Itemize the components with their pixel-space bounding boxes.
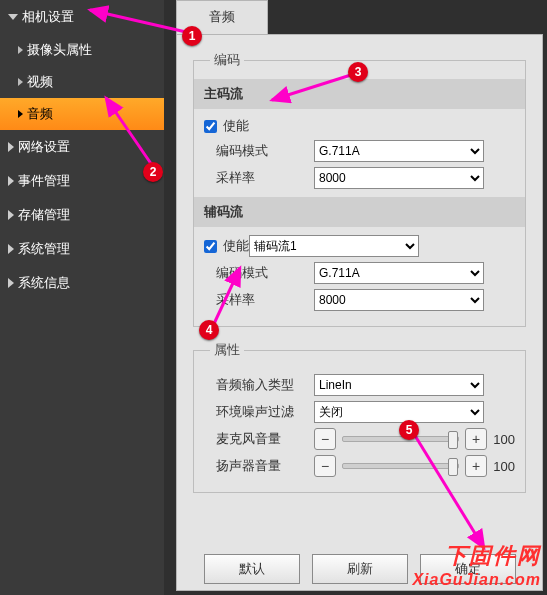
input-type-label: 音频输入类型 — [204, 376, 314, 394]
chevron-right-icon — [18, 46, 23, 54]
sidebar-item-camera-props[interactable]: 摄像头属性 — [0, 34, 164, 66]
mic-slider-thumb[interactable] — [448, 431, 458, 449]
spk-slider[interactable] — [342, 463, 459, 469]
main-rate-row: 采样率 8000 — [204, 167, 515, 189]
mic-volume-value: 100 — [487, 432, 515, 447]
sidebar-group-network[interactable]: 网络设置 — [0, 130, 164, 164]
sidebar-group-label: 系统管理 — [18, 240, 70, 258]
sidebar-item-label: 摄像头属性 — [27, 41, 92, 59]
encoding-legend: 编码 — [210, 51, 244, 69]
attrs-group: 属性 音频输入类型 LineIn 环境噪声过滤 关闭 麦克风音量 − + 100… — [193, 341, 526, 493]
attrs-legend: 属性 — [210, 341, 244, 359]
mic-plus-button[interactable]: + — [465, 428, 487, 450]
sidebar-group-label: 相机设置 — [22, 8, 74, 26]
noise-label: 环境噪声过滤 — [204, 403, 314, 421]
main-stream-header: 主码流 — [194, 79, 525, 109]
sidebar-group-system[interactable]: 系统管理 — [0, 232, 164, 266]
sidebar-group-label: 网络设置 — [18, 138, 70, 156]
sub-enable-label: 使能 — [223, 237, 249, 255]
main-enable-checkbox[interactable] — [204, 120, 217, 133]
mic-minus-button[interactable]: − — [314, 428, 336, 450]
default-button[interactable]: 默认 — [204, 554, 300, 584]
sub-mode-row: 编码模式 G.711A — [204, 262, 515, 284]
tab-audio[interactable]: 音频 — [176, 0, 268, 34]
spk-slider-thumb[interactable] — [448, 458, 458, 476]
input-type-row: 音频输入类型 LineIn — [204, 374, 515, 396]
chevron-right-icon — [8, 244, 14, 254]
chevron-down-icon — [8, 14, 18, 20]
sidebar-item-label: 音频 — [27, 105, 53, 123]
spk-plus-button[interactable]: + — [465, 455, 487, 477]
main-rate-label: 采样率 — [204, 169, 314, 187]
sidebar-group-camera[interactable]: 相机设置 — [0, 0, 164, 34]
sidebar: 相机设置 摄像头属性 视频 音频 网络设置 事件管理 存储管理 系统管理 系统信… — [0, 0, 164, 595]
main-mode-select[interactable]: G.711A — [314, 140, 484, 162]
main-enable-row: 使能 — [204, 117, 515, 135]
chevron-right-icon — [8, 278, 14, 288]
main-mode-label: 编码模式 — [204, 142, 314, 160]
chevron-right-icon — [18, 110, 23, 118]
encoding-group: 编码 主码流 使能 编码模式 G.711A 采样率 8000 辅码流 使能 辅码… — [193, 51, 526, 327]
main-rate-select[interactable]: 8000 — [314, 167, 484, 189]
sub-stream-select[interactable]: 辅码流1 — [249, 235, 419, 257]
spk-volume-label: 扬声器音量 — [204, 457, 314, 475]
sidebar-group-label: 事件管理 — [18, 172, 70, 190]
mic-slider[interactable] — [342, 436, 459, 442]
sub-mode-label: 编码模式 — [204, 264, 314, 282]
sidebar-group-label: 系统信息 — [18, 274, 70, 292]
chevron-right-icon — [8, 176, 14, 186]
mic-volume-row: 麦克风音量 − + 100 — [204, 428, 515, 450]
noise-row: 环境噪声过滤 关闭 — [204, 401, 515, 423]
spk-minus-button[interactable]: − — [314, 455, 336, 477]
sidebar-group-label: 存储管理 — [18, 206, 70, 224]
sub-rate-select[interactable]: 8000 — [314, 289, 484, 311]
sub-rate-row: 采样率 8000 — [204, 289, 515, 311]
noise-select[interactable]: 关闭 — [314, 401, 484, 423]
sidebar-item-label: 视频 — [27, 73, 53, 91]
spk-volume-value: 100 — [487, 459, 515, 474]
sub-enable-row: 使能 辅码流1 — [204, 235, 515, 257]
chevron-right-icon — [8, 210, 14, 220]
sub-enable-checkbox[interactable] — [204, 240, 217, 253]
sub-mode-select[interactable]: G.711A — [314, 262, 484, 284]
tab-bar: 音频 — [176, 0, 268, 34]
main-enable-label: 使能 — [223, 117, 249, 135]
mic-volume-label: 麦克风音量 — [204, 430, 314, 448]
sidebar-item-audio[interactable]: 音频 — [0, 98, 164, 130]
sidebar-group-event[interactable]: 事件管理 — [0, 164, 164, 198]
sidebar-group-sysinfo[interactable]: 系统信息 — [0, 266, 164, 300]
refresh-button[interactable]: 刷新 — [312, 554, 408, 584]
spk-volume-row: 扬声器音量 − + 100 — [204, 455, 515, 477]
chevron-right-icon — [18, 78, 23, 86]
sub-rate-label: 采样率 — [204, 291, 314, 309]
footer-buttons: 默认 刷新 确定 — [177, 554, 542, 584]
ok-button[interactable]: 确定 — [420, 554, 516, 584]
main-panel: 编码 主码流 使能 编码模式 G.711A 采样率 8000 辅码流 使能 辅码… — [176, 34, 543, 591]
chevron-right-icon — [8, 142, 14, 152]
sidebar-item-video[interactable]: 视频 — [0, 66, 164, 98]
input-type-select[interactable]: LineIn — [314, 374, 484, 396]
main-mode-row: 编码模式 G.711A — [204, 140, 515, 162]
sidebar-group-storage[interactable]: 存储管理 — [0, 198, 164, 232]
sub-stream-header: 辅码流 — [194, 197, 525, 227]
